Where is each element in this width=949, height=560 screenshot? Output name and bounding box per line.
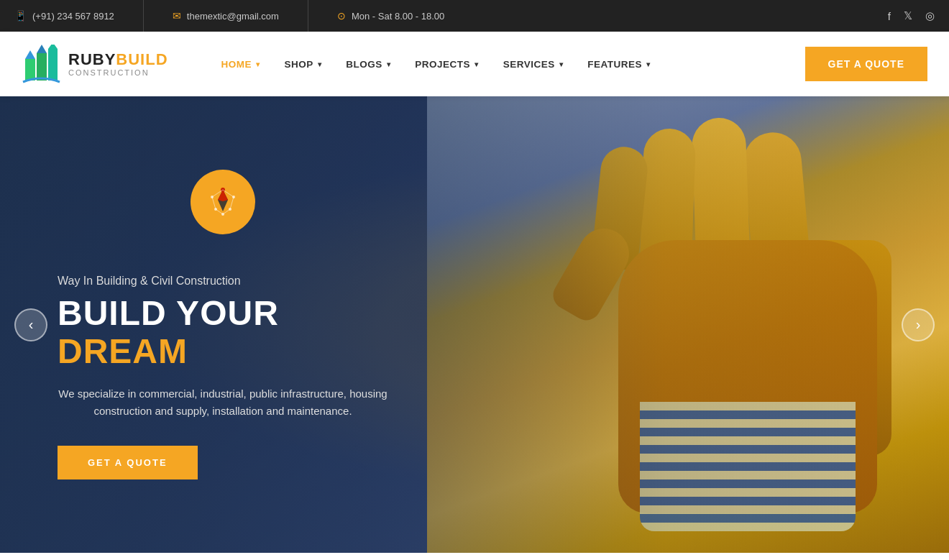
logo-ruby: RUBY [68, 50, 116, 68]
svg-rect-1 [37, 53, 47, 81]
nav-arrow-shop: ▾ [318, 60, 322, 68]
svg-marker-5 [48, 45, 58, 49]
svg-line-17 [230, 197, 234, 209]
hero-icon-wrapper [191, 170, 255, 234]
slider-prev-button[interactable]: ‹ [14, 308, 47, 341]
email-icon: ✉ [173, 10, 181, 22]
svg-rect-2 [48, 49, 58, 81]
main-nav: HOME ▾ SHOP ▾ BLOGS ▾ PROJECTS ▾ SERVICE… [211, 53, 805, 75]
hero-section: ‹ [0, 96, 949, 553]
svg-line-16 [212, 197, 216, 209]
nav-arrow-services: ▾ [559, 60, 564, 68]
hero-quote-button[interactable]: GET A QUOTE [58, 446, 198, 479]
business-hours: Mon - Sat 8.00 - 18.00 [352, 11, 444, 22]
nav-item-projects[interactable]: PROJECTS ▾ [405, 53, 488, 75]
hero-title: BUILD YOUR DREAM [58, 295, 388, 371]
hero-description: We specialize in commercial, industrial,… [58, 385, 388, 420]
svg-line-18 [216, 209, 223, 214]
top-bar: 📱 (+91) 234 567 8912 ✉ themextic@gmail.c… [0, 0, 949, 32]
nav-arrow-blogs: ▾ [387, 60, 391, 68]
hero-title-white: BUILD YOUR [58, 294, 279, 332]
hero-subtitle: Way In Building & Civil Construction [58, 275, 388, 288]
nav-arrow-home: ▾ [256, 60, 260, 68]
logo-text: RUBYBUILD Construction [68, 51, 168, 77]
nav-arrow-features: ▾ [646, 60, 651, 68]
logo[interactable]: RUBYBUILD Construction [22, 45, 168, 84]
nav-item-home[interactable]: HOME ▾ [211, 53, 270, 75]
nav-item-services[interactable]: SERVICES ▾ [493, 53, 574, 75]
hours-info: ⊙ Mon - Sat 8.00 - 18.00 [337, 10, 444, 22]
phone-number: (+91) 234 567 8912 [32, 11, 114, 22]
divider-2 [308, 0, 308, 32]
hero-design-icon [205, 184, 241, 220]
main-header: RUBYBUILD Construction HOME ▾ SHOP ▾ BLO… [0, 32, 949, 96]
logo-icon [22, 45, 61, 84]
twitter-icon[interactable]: 𝕏 [904, 9, 912, 22]
logo-subtitle: Construction [68, 68, 168, 77]
clock-icon: ⊙ [337, 10, 346, 22]
svg-line-19 [223, 209, 230, 214]
slider-next-button[interactable]: › [902, 308, 935, 341]
svg-marker-4 [37, 45, 47, 53]
svg-rect-0 [25, 59, 35, 81]
email-address: themextic@gmail.com [187, 11, 279, 22]
email-info: ✉ themextic@gmail.com [173, 10, 279, 22]
phone-info: 📱 (+91) 234 567 8912 [14, 10, 114, 22]
instagram-icon[interactable]: ◎ [925, 9, 935, 22]
facebook-icon[interactable]: f [888, 10, 891, 22]
hero-content: Way In Building & Civil Construction BUI… [0, 170, 446, 479]
social-links: f 𝕏 ◎ [888, 9, 935, 22]
hero-title-orange: DREAM [58, 332, 188, 370]
svg-marker-3 [25, 50, 35, 59]
divider-1 [143, 0, 144, 32]
phone-icon: 📱 [14, 10, 27, 22]
logo-build: BUILD [116, 50, 168, 68]
nav-item-features[interactable]: FEATURES ▾ [577, 53, 660, 75]
nav-arrow-projects: ▾ [475, 60, 479, 68]
nav-item-blogs[interactable]: BLOGS ▾ [336, 53, 400, 75]
nav-item-shop[interactable]: SHOP ▾ [275, 53, 332, 75]
header-quote-button[interactable]: GET A QUOTE [805, 47, 927, 81]
